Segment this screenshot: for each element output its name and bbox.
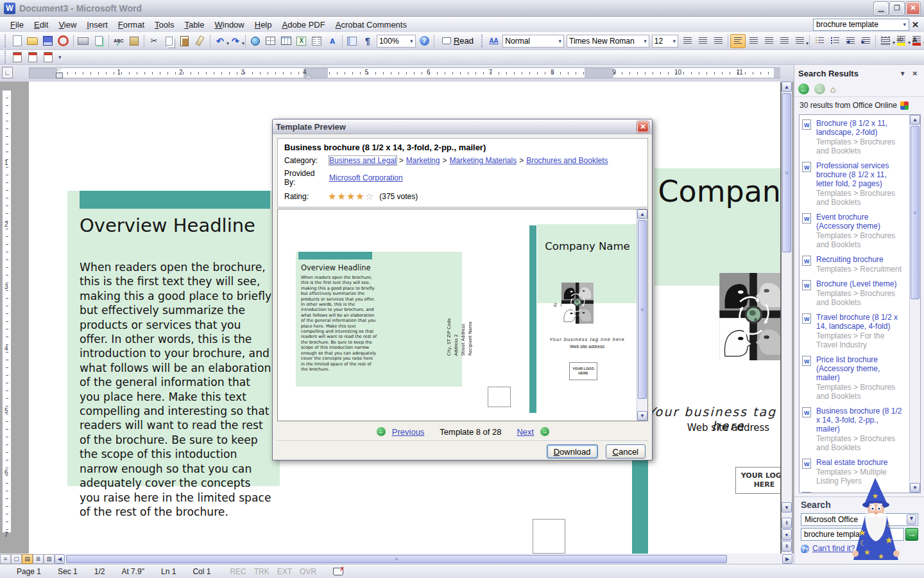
status-toggle[interactable]: TRK bbox=[254, 567, 270, 576]
scroll-down-icon[interactable]: ▼ bbox=[910, 483, 920, 493]
hscrollbar-thumb[interactable] bbox=[66, 555, 727, 563]
insert-table-icon[interactable] bbox=[278, 34, 294, 48]
menu-item[interactable]: File bbox=[5, 18, 29, 31]
close-document-icon[interactable]: ✕ bbox=[912, 20, 919, 30]
tab-selector[interactable]: ∟ bbox=[2, 67, 13, 78]
line-spacing-icon[interactable] bbox=[792, 34, 807, 48]
result-title-link[interactable]: Travel brochure (8 1/2 x 14, landscape, … bbox=[816, 313, 903, 331]
result-title-link[interactable]: Brochure (Level theme) bbox=[816, 279, 903, 288]
previous-icon[interactable]: ← bbox=[377, 427, 386, 436]
forward-icon[interactable]: → bbox=[814, 83, 825, 94]
menu-item[interactable]: Format bbox=[113, 18, 150, 31]
web-layout-view-button[interactable]: ▢ bbox=[11, 554, 22, 564]
scroll-left-icon[interactable]: ◀ bbox=[55, 554, 65, 564]
vertical-ruler[interactable]: 1234567 bbox=[2, 90, 12, 533]
result-title-link[interactable]: Price list brochure (Accessory theme, ma… bbox=[816, 355, 903, 382]
style-combobox[interactable]: Normal▾ bbox=[502, 35, 564, 48]
show-marks-icon[interactable] bbox=[360, 34, 375, 48]
scroll-down-icon[interactable]: ▼ bbox=[782, 502, 792, 512]
chevron-down-icon[interactable]: ▾ bbox=[903, 21, 907, 28]
align-left-icon[interactable] bbox=[730, 34, 746, 48]
spelling-status-icon[interactable] bbox=[333, 568, 343, 575]
align-center-icon[interactable] bbox=[746, 34, 761, 48]
category-link[interactable]: Marketing Materials bbox=[449, 156, 517, 165]
paste-icon[interactable] bbox=[177, 34, 193, 48]
previous-page-icon[interactable]: ⇞ bbox=[782, 518, 792, 529]
status-toggle[interactable]: EXT bbox=[277, 567, 292, 576]
new-document-icon[interactable] bbox=[10, 34, 25, 48]
result-title-link[interactable]: Real estate brochure bbox=[816, 458, 903, 467]
search-result-item[interactable]: Professional services brochure (8 1/2 x … bbox=[802, 161, 903, 207]
reading-layout-view-button[interactable]: ▥ bbox=[44, 554, 55, 564]
scroll-up-icon[interactable]: ▲ bbox=[782, 82, 792, 92]
numbering-icon[interactable] bbox=[812, 34, 827, 48]
task-pane-menu-icon[interactable]: ▼ bbox=[897, 70, 909, 77]
status-toggle[interactable]: REC bbox=[230, 567, 246, 576]
toolbar-grip[interactable] bbox=[4, 51, 8, 64]
underline-icon[interactable] bbox=[710, 34, 726, 48]
results-scrollbar[interactable]: ▲ ▼ bbox=[909, 115, 920, 493]
preview-scrollbar[interactable]: ▲ ▼ bbox=[637, 209, 647, 421]
scrollbar-thumb[interactable] bbox=[782, 93, 791, 252]
justify-icon[interactable] bbox=[776, 34, 792, 48]
cancel-button[interactable]: Cancel bbox=[606, 444, 646, 459]
menu-item[interactable]: Help bbox=[250, 18, 277, 31]
provided-by-link[interactable]: Microsoft Corporation bbox=[329, 173, 403, 182]
format-painter-icon[interactable] bbox=[193, 34, 208, 48]
next-link[interactable]: Next bbox=[517, 427, 534, 437]
toolbar-options-icon[interactable]: ▾ bbox=[58, 54, 62, 60]
document-map-icon[interactable] bbox=[345, 34, 360, 48]
menu-item[interactable]: Adobe PDF bbox=[277, 18, 330, 31]
chevron-down-icon[interactable]: ▼ bbox=[907, 514, 916, 525]
convert-to-pdf-review-icon[interactable] bbox=[40, 51, 56, 64]
tables-and-borders-icon[interactable] bbox=[263, 34, 278, 48]
save-icon[interactable] bbox=[40, 34, 56, 48]
category-link[interactable]: Brochures and Booklets bbox=[526, 156, 608, 165]
scroll-up-icon[interactable]: ▲ bbox=[910, 115, 920, 125]
result-title-link[interactable]: Recruiting brochure bbox=[816, 255, 903, 264]
menu-item[interactable]: Window bbox=[209, 18, 249, 31]
result-title-link[interactable]: Business brochure (8 1/2 x 14, 3-fold, 2… bbox=[816, 407, 903, 434]
menu-item[interactable]: Edit bbox=[29, 18, 53, 31]
decrease-indent-icon[interactable] bbox=[843, 34, 858, 48]
scroll-up-icon[interactable]: ▲ bbox=[637, 209, 647, 219]
permission-icon[interactable] bbox=[56, 34, 71, 48]
font-color-icon[interactable] bbox=[909, 34, 924, 48]
font-size-combobox[interactable]: 12▾ bbox=[652, 35, 678, 48]
indent-marker[interactable] bbox=[56, 67, 62, 78]
minimize-button[interactable]: ▁ bbox=[874, 2, 888, 15]
dialog-title-bar[interactable]: Template Preview ✕ bbox=[273, 119, 652, 134]
align-right-icon[interactable] bbox=[761, 34, 776, 48]
select-browse-object-icon[interactable]: ● bbox=[782, 529, 792, 540]
close-button[interactable]: ✕ bbox=[906, 2, 920, 15]
menu-item[interactable]: Tools bbox=[150, 18, 179, 31]
restore-button[interactable]: ❐ bbox=[890, 2, 904, 15]
copy-icon[interactable] bbox=[162, 34, 177, 48]
search-go-icon[interactable]: → bbox=[905, 528, 918, 541]
search-result-item[interactable]: Brochure (8 1/2 x 11, landscape, 2-fold)… bbox=[802, 119, 903, 155]
undo-icon[interactable] bbox=[212, 34, 228, 48]
back-icon[interactable]: ← bbox=[798, 83, 809, 94]
next-icon[interactable]: → bbox=[540, 427, 549, 436]
menu-item[interactable]: Insert bbox=[81, 18, 113, 31]
search-result-item[interactable]: Event brochure (Accessory theme) Templat… bbox=[802, 213, 903, 249]
insert-hyperlink-icon[interactable] bbox=[248, 34, 263, 48]
normal-view-button[interactable]: ≡ bbox=[0, 554, 11, 564]
research-icon[interactable] bbox=[126, 34, 142, 48]
home-icon[interactable]: ⌂ bbox=[830, 84, 835, 94]
convert-to-pdf-icon[interactable] bbox=[10, 51, 25, 64]
previous-link[interactable]: Previous bbox=[392, 427, 425, 437]
outline-view-button[interactable]: ≣ bbox=[33, 554, 44, 564]
columns-icon[interactable] bbox=[309, 34, 325, 48]
category-link[interactable]: Business and Legal bbox=[329, 156, 397, 165]
open-icon[interactable] bbox=[25, 34, 40, 48]
status-toggle[interactable]: OVR bbox=[300, 567, 316, 576]
menu-item[interactable]: Table bbox=[179, 18, 209, 31]
horizontal-ruler[interactable]: 1234567891011 bbox=[29, 67, 780, 78]
cut-icon[interactable] bbox=[146, 34, 162, 48]
task-pane-close-icon[interactable]: ✕ bbox=[910, 70, 920, 77]
print-icon[interactable] bbox=[76, 34, 91, 48]
bullets-icon[interactable] bbox=[827, 34, 843, 48]
highlight-icon[interactable] bbox=[893, 34, 909, 48]
print-preview-icon[interactable] bbox=[91, 34, 107, 48]
